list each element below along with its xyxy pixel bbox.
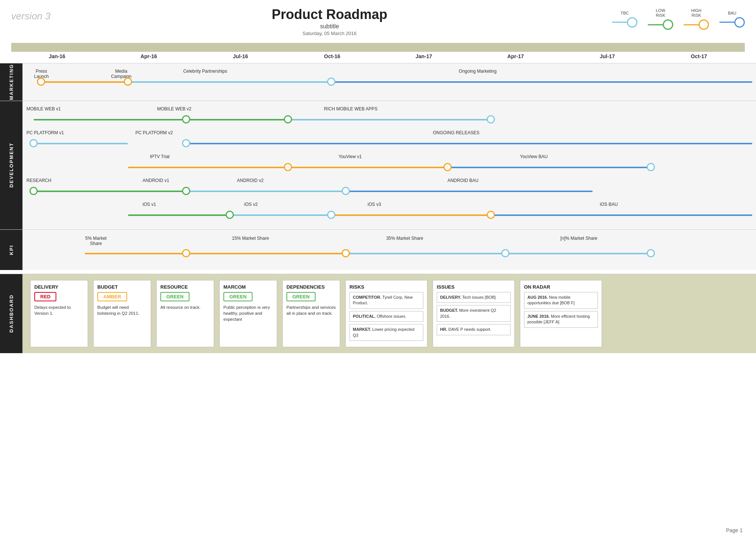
- line-iosbau: [491, 214, 752, 216]
- label-kpi2: 15% Market Share: [222, 236, 278, 241]
- dashboard-marcom: MARCOM GREEN Public perception is very h…: [219, 280, 277, 347]
- onradar-title: ON RADAR: [524, 284, 598, 290]
- dashboard-section: DASHBOARD DELIVERY RED Delays expected t…: [0, 274, 756, 353]
- label-androidbau: ANDROID BAU: [448, 178, 479, 183]
- label-pc2: PC PLATFORM v2: [135, 130, 173, 135]
- node-pc2: [182, 139, 190, 147]
- marcom-status: GREEN: [223, 292, 252, 301]
- label-ios2: iOS v2: [244, 202, 258, 207]
- legend-high-label: HIGHRISK: [691, 8, 702, 18]
- label-rich: RICH MOBILE WEB APPS: [324, 106, 377, 112]
- issues-item-2: HR. DAVE P needs support.: [437, 324, 511, 335]
- budget-text: Budget will need bolstering in Q2 2011.: [97, 304, 147, 316]
- node-kpi1: [182, 249, 190, 257]
- risks-item-1: POLITICAL. Offshore issues.: [349, 311, 423, 322]
- timeline-oct16: Oct-16: [286, 53, 378, 59]
- development-row: DEVELOPMENT MOBILE WEB v1 MOBILE WEB v2 …: [0, 101, 756, 229]
- line-mw2-rich: [186, 119, 288, 120]
- line-press-media: [41, 81, 128, 83]
- page-number: Page 1: [726, 527, 743, 533]
- dev-lane-iptv: IPTV Trial YouView v1 YouView BAU: [26, 153, 752, 176]
- line-ios1: [128, 214, 229, 216]
- risks-item-2: MARKET. Lower pricing expected Q3: [349, 324, 423, 341]
- node-mw2-end: [284, 115, 292, 123]
- dependencies-text: Partnerships and services all in place a…: [286, 304, 336, 316]
- marketing-label: MARKETING: [0, 63, 22, 101]
- node-mw2: [182, 115, 190, 123]
- line-youviewbau: [448, 167, 651, 168]
- line-youview: [288, 167, 448, 168]
- dev-lane-android: RESEARCH ANDROID v1 ANDROID v2 ANDROID B…: [26, 177, 752, 200]
- legend-low-line: [648, 24, 663, 25]
- label-iosbau: iOS BAU: [600, 202, 618, 207]
- timeline-jan17: Jan-17: [378, 53, 470, 59]
- line-kpi3: [346, 253, 505, 254]
- legend-bau-circle: [734, 17, 745, 28]
- risks-title: RISKS: [349, 284, 423, 290]
- line-ongoing-rel: [186, 143, 752, 144]
- node-rich: [487, 115, 495, 123]
- legend-tbc-label: TBC: [621, 11, 629, 16]
- dev-lane-pc: PC PLATFORM v1 PC PLATFORM v2 ONGOING RE…: [26, 129, 752, 152]
- main-title: Product Roadmap: [71, 7, 588, 22]
- label-kpi1: 5% MarketShare: [77, 236, 115, 246]
- marketing-lane: PressLaunch MediaCampaign Celebrity Part…: [26, 68, 752, 94]
- line-iptv: [128, 167, 288, 168]
- budget-status: AMBER: [97, 292, 127, 301]
- label-android1: ANDROID v1: [142, 178, 169, 183]
- marcom-title: MARCOM: [223, 284, 273, 290]
- legend-high-circle: [699, 19, 709, 30]
- dashboard-onradar: ON RADAR AUG 2016. New mobile opportunit…: [520, 280, 602, 347]
- timeline-bar: [11, 43, 745, 52]
- line-ongoing: [331, 81, 752, 83]
- node-youview1: [443, 163, 452, 171]
- label-iptv: IPTV Trial: [150, 154, 170, 159]
- line-rich: [288, 119, 491, 120]
- roadmap-body: MARKETING PressLaunch MediaCampaign Cele…: [0, 63, 756, 270]
- line-android1: [34, 191, 186, 192]
- label-kpi4: [n]% Market Share: [549, 236, 609, 241]
- risks-item-0: COMPETITOR. Tyrell Corp, New Product.: [349, 292, 423, 309]
- legend-tbc-circle: [627, 17, 637, 28]
- dashboard-issues: ISSUES DELIVERY. Tech issues [BOB] BUDGE…: [433, 280, 515, 347]
- label-android2: ANDROID v2: [237, 178, 263, 183]
- dashboard-label: DASHBOARD: [0, 274, 22, 353]
- kpi-lane: 5% MarketShare 15% Market Share 35% Mark…: [26, 234, 752, 264]
- label-ongoing-rel: ONGOING RELEASES: [433, 130, 480, 135]
- label-ios1: iOS v1: [142, 202, 156, 207]
- timeline-apr17: Apr-17: [470, 53, 561, 59]
- timeline-labels: Jan-16 Apr-16 Jul-16 Oct-16 Jan-17 Apr-1…: [11, 52, 745, 63]
- legend-bau: BAU: [719, 11, 745, 28]
- legend-bau-line: [719, 22, 734, 23]
- resource-status: GREEN: [160, 292, 189, 301]
- line-android2: [186, 191, 346, 192]
- line-kpi4: [505, 253, 650, 254]
- node-celebrity: [327, 78, 335, 86]
- line-ios2: [230, 214, 331, 216]
- line-ios3: [331, 214, 491, 216]
- dashboard-delivery: DELIVERY RED Delays expected to Version …: [30, 280, 88, 347]
- legend-high: HIGHRISK: [684, 8, 709, 30]
- node-pc1: [29, 139, 38, 147]
- node-media-campaign: [124, 78, 132, 86]
- node-android2: [342, 187, 350, 195]
- legend-high-line: [684, 24, 699, 25]
- delivery-status: RED: [34, 292, 56, 301]
- timeline-apr16: Apr-16: [103, 53, 195, 59]
- node-ios1: [226, 211, 234, 219]
- timeline-section: Jan-16 Apr-16 Jul-16 Oct-16 Jan-17 Apr-1…: [0, 43, 756, 63]
- dashboard-content: DELIVERY RED Delays expected to Version …: [22, 274, 756, 353]
- label-ongoing: Ongoing Marketing: [433, 69, 523, 74]
- node-youviewbau: [647, 163, 655, 171]
- subtitle: subtitle: [71, 23, 588, 30]
- node-research: [29, 187, 38, 195]
- dashboard-budget: BUDGET AMBER Budget will need bolstering…: [93, 280, 151, 347]
- legend: TBC LOWRISK HIGHRISK BAU: [588, 7, 745, 30]
- development-content: MOBILE WEB v1 MOBILE WEB v2 RICH MOBILE …: [22, 101, 756, 229]
- legend-tbc: TBC: [612, 11, 637, 28]
- label-kpi3: 35% Market Share: [375, 236, 435, 241]
- resource-title: RESOURCE: [160, 284, 210, 290]
- dependencies-status: GREEN: [286, 292, 316, 301]
- label-media-campaign: MediaCampaign: [106, 69, 136, 79]
- legend-bau-label: BAU: [728, 11, 737, 16]
